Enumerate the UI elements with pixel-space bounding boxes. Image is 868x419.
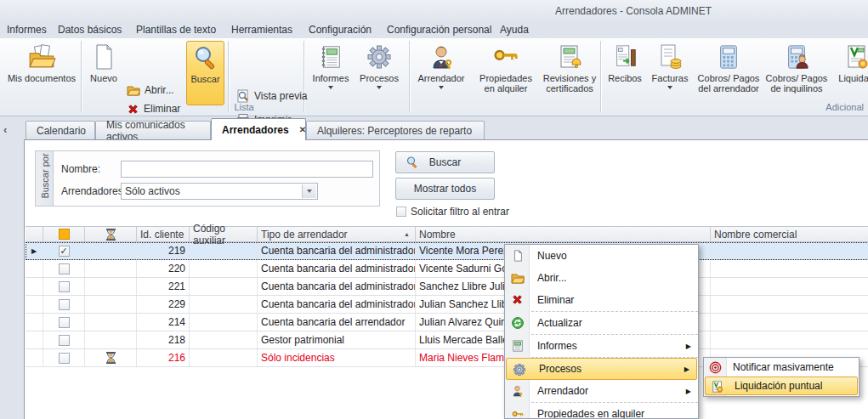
context-menu-item-informes[interactable]: Informes ▶ [505, 335, 698, 357]
tab-arrendadores[interactable]: Arrendadores ✕ [211, 118, 306, 140]
arrendador-ribbon-button[interactable]: Arrendador [414, 41, 468, 105]
row-checkbox[interactable] [59, 353, 70, 364]
solicitar-filtro-checkbox[interactable]: Solicitar filtro al entrar [396, 206, 509, 218]
calculator-icon [716, 41, 741, 73]
dropdown-arrow-icon [667, 86, 672, 89]
tab-close-icon[interactable]: ✕ [299, 125, 306, 134]
arrendadores-grid: Id. cliente Código auxiliar Tipo de arre… [26, 226, 868, 367]
informes-ribbon-button[interactable]: Informes [308, 41, 354, 105]
revisiones-y-certificados-button[interactable]: Revisiones y certificados [539, 41, 600, 105]
header-nombre[interactable]: Nombre [416, 227, 711, 241]
header-select-all[interactable] [43, 227, 85, 241]
nuevo-button[interactable]: Nuevo [84, 41, 123, 105]
abrir-button[interactable]: Abrir... [127, 82, 174, 99]
propiedades-en-alquiler-button[interactable]: Propiedades en alquiler [473, 41, 539, 105]
table-row[interactable]: ▶ ✓ 219 Cuenta bancaria del administrado… [26, 242, 868, 260]
header-codigo-auxiliar[interactable]: Código auxiliar [190, 227, 258, 241]
ribbon-separator [81, 41, 82, 112]
calculator-person-icon [784, 41, 809, 73]
row-checkbox[interactable] [59, 299, 70, 310]
menu-plantillas-de-texto[interactable]: Plantillas de texto [136, 24, 216, 36]
table-row[interactable]: 221 Cuenta bancaria del administrador Sa… [26, 278, 868, 296]
combo-dropdown-button[interactable] [302, 184, 316, 198]
eliminar-button[interactable]: Eliminar [127, 100, 180, 117]
arrendadores-label: Arrendadores: [61, 185, 126, 197]
context-menu-item-actualizar[interactable]: Actualizar [505, 312, 698, 334]
context-menu-item-propiedades-en-alquiler[interactable]: Propiedades en alquiler [505, 403, 698, 419]
menu-configuracion-personal[interactable]: Configuración personal [387, 24, 491, 36]
menu-datos-basicos[interactable]: Datos básicos [58, 24, 122, 36]
facturas-button[interactable]: Facturas [648, 41, 692, 105]
submenu-arrow-icon: ▶ [686, 388, 691, 395]
submenu-item-notificar-masivamente[interactable]: Notificar masivamente [704, 358, 859, 377]
row-checkbox-checked[interactable]: ✓ [59, 246, 70, 257]
hourglass-icon [105, 351, 116, 365]
context-menu-item-arrendador[interactable]: Arrendador ▶ [505, 380, 698, 402]
context-menu-item-procesos[interactable]: Procesos ▶ [506, 358, 697, 380]
tab-alquileres-perceptores[interactable]: Alquileres: Perceptores de reparto [306, 121, 485, 139]
table-row[interactable]: 218 Gestor patrimonial Lluis Mercade Bal… [26, 331, 868, 349]
menu-bar: Informes Datos básicos Plantillas de tex… [0, 22, 868, 38]
select-all-checkbox[interactable] [59, 229, 70, 240]
report-icon [318, 41, 343, 73]
table-row[interactable]: 220 Cuenta bancaria del administrador Vi… [26, 260, 868, 278]
recibos-button[interactable]: Recibos [604, 41, 646, 105]
header-tipo-arrendador[interactable]: Tipo de arrendador ▲ [258, 227, 416, 241]
row-checkbox[interactable] [59, 335, 70, 346]
table-row[interactable]: 229 Cuenta bancaria del administrador Ju… [26, 296, 868, 314]
buscar-ribbon-button[interactable]: Buscar [186, 41, 224, 105]
delete-x-icon [510, 292, 525, 307]
header-indicator [26, 227, 43, 241]
liquidaciones-button[interactable]: Liquidaci [831, 41, 868, 105]
menu-informes[interactable]: Informes [7, 24, 47, 36]
context-menu-item-nuevo[interactable]: Nuevo [505, 245, 698, 267]
row-checkbox[interactable] [59, 281, 70, 292]
menu-ayuda[interactable]: Ayuda [500, 24, 529, 36]
menu-configuracion[interactable]: Configuración [309, 24, 372, 36]
buscar-por-label: Buscar por [40, 150, 50, 201]
cobros-pagos-inquilinos-button[interactable]: Cobros/ Pagos de inquilinos [763, 41, 830, 105]
report-bell-icon [556, 41, 583, 73]
invoice-coins-icon [656, 41, 684, 73]
menu-herramientas[interactable]: Herramientas [231, 24, 292, 36]
new-page-icon [90, 41, 117, 73]
gear-icon [366, 41, 393, 73]
settlement-report-icon [710, 380, 724, 394]
delete-x-icon [127, 103, 139, 116]
mostrar-todos-button[interactable]: Mostrar todos [395, 178, 495, 200]
mis-documentos-button[interactable]: Mis documentos [5, 41, 78, 105]
refresh-icon [510, 315, 525, 330]
sort-asc-icon: ▲ [404, 231, 410, 237]
submenu-item-liquidacion-puntual[interactable]: Liquidación puntual [705, 377, 858, 395]
hourglass-icon [105, 228, 116, 241]
documents-folder-icon [27, 41, 56, 73]
context-menu-item-eliminar[interactable]: Eliminar [505, 289, 698, 311]
landlord-icon [428, 41, 455, 73]
ribbon-separator [600, 41, 601, 112]
search-icon [192, 42, 219, 74]
open-folder-icon [127, 83, 140, 97]
procesos-ribbon-button[interactable]: Procesos [355, 41, 403, 105]
nombre-input[interactable] [121, 161, 373, 178]
checkbox-icon[interactable] [396, 207, 406, 217]
buscar-button[interactable]: Buscar [395, 151, 495, 173]
procesos-submenu: Notificar masivamente Liquidación puntua… [703, 357, 859, 397]
print-preview-icon [236, 89, 250, 103]
context-menu-item-abrir[interactable]: Abrir... [505, 267, 698, 289]
row-checkbox[interactable] [59, 317, 70, 328]
cobros-pagos-arrendador-button[interactable]: Cobros/ Pagos del arrendador [695, 41, 763, 105]
tab-mis-comunicados-activos[interactable]: Mis comunicados activos [95, 121, 211, 139]
title-bar: Arrendadores - Consola ADMINET [0, 0, 868, 22]
table-row[interactable]: 214 Cuenta bancaria del arrendador Julia… [26, 314, 868, 331]
header-status[interactable] [85, 227, 137, 241]
row-checkbox[interactable] [59, 263, 70, 275]
header-nombre-comercial[interactable]: Nombre comercial [711, 227, 868, 241]
ribbon: Mis documentos Nuevo Abrir... Eliminar [0, 38, 868, 116]
grid-header-row: Id. cliente Código auxiliar Tipo de arre… [26, 226, 868, 242]
header-id-cliente[interactable]: Id. cliente [137, 227, 190, 241]
tab-calendario[interactable]: Calendario [26, 121, 95, 139]
search-icon [405, 156, 420, 169]
dropdown-arrow-icon [307, 190, 312, 193]
tab-scroll-left-icon[interactable]: ‹ [3, 123, 7, 136]
arrendadores-select[interactable]: Sólo activos [121, 183, 318, 200]
